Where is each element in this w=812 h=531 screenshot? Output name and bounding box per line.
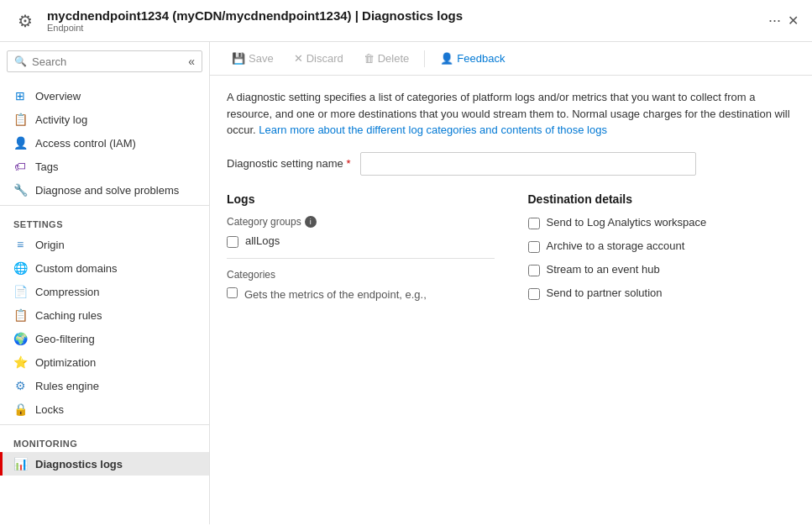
tags-icon: 🏷 bbox=[13, 160, 27, 173]
origin-icon: ≡ bbox=[13, 238, 27, 251]
sidebar-item-label: Caching rules bbox=[35, 309, 102, 322]
log-analytics-checkbox[interactable] bbox=[528, 218, 540, 229]
diagnostics-logs-icon: 📊 bbox=[13, 457, 27, 471]
collapse-icon[interactable]: « bbox=[188, 55, 195, 68]
sidebar-item-optimization[interactable]: ⭐ Optimization bbox=[0, 350, 209, 374]
sidebar-item-compression[interactable]: 📄 Compression bbox=[0, 280, 209, 303]
save-label: Save bbox=[249, 52, 274, 65]
search-input[interactable] bbox=[32, 55, 183, 68]
more-options-icon[interactable]: ··· bbox=[768, 12, 781, 29]
diagnose-icon: 🔧 bbox=[13, 183, 27, 197]
main-content: 💾 Save ✕ Discard 🗑 Delete 👤 Feedback A d… bbox=[210, 42, 812, 524]
category-groups-label: Category groups i bbox=[227, 216, 495, 228]
sidebar-item-label: Locks bbox=[35, 403, 64, 416]
log-analytics-label[interactable]: Send to Log Analytics workspace bbox=[547, 216, 707, 229]
storage-account-row: Archive to a storage account bbox=[528, 239, 796, 253]
locks-icon: 🔒 bbox=[13, 402, 27, 416]
sidebar-item-label: Activity log bbox=[35, 113, 87, 126]
delete-label: Delete bbox=[378, 52, 410, 65]
toolbar-separator bbox=[424, 50, 425, 67]
category-checkbox[interactable] bbox=[227, 287, 238, 298]
event-hub-checkbox[interactable] bbox=[528, 265, 540, 276]
custom-domains-icon: 🌐 bbox=[13, 261, 27, 275]
toolbar: 💾 Save ✕ Discard 🗑 Delete 👤 Feedback bbox=[210, 42, 812, 76]
sidebar-item-tags[interactable]: 🏷 Tags bbox=[0, 155, 209, 178]
sidebar-item-geo-filtering[interactable]: 🌍 Geo-filtering bbox=[0, 327, 209, 350]
overview-icon: ⊞ bbox=[13, 89, 27, 103]
discard-icon: ✕ bbox=[294, 52, 303, 65]
feedback-icon: 👤 bbox=[440, 52, 453, 65]
page-subtitle: Endpoint bbox=[47, 23, 758, 33]
partner-solution-row: Send to partner solution bbox=[528, 287, 796, 300]
sidebar-item-activity-log[interactable]: 📋 Activity log bbox=[0, 108, 209, 131]
categories-label: Categories bbox=[227, 269, 495, 281]
sidebar-nav: ⊞ Overview 📋 Activity log 👤 Access contr… bbox=[0, 81, 209, 479]
sidebar-item-label: Overview bbox=[35, 90, 81, 103]
sidebar-item-rules-engine[interactable]: ⚙ Rules engine bbox=[0, 374, 209, 397]
partner-solution-checkbox[interactable] bbox=[528, 288, 540, 300]
content-area: A diagnostic setting specifies a list of… bbox=[210, 76, 812, 524]
category-groups-info-icon[interactable]: i bbox=[305, 216, 317, 228]
logs-column: Logs Category groups i allLogs Categorie… bbox=[227, 192, 495, 310]
search-box[interactable]: 🔍 « bbox=[7, 50, 202, 72]
field-label: Diagnostic setting name * bbox=[227, 157, 350, 170]
alllogs-checkbox-row: allLogs bbox=[227, 234, 495, 248]
page-header: ⚙ mycdnendpoint1234 (myCDN/mycdnendpoint… bbox=[0, 0, 812, 42]
event-hub-row: Stream to an event hub bbox=[528, 263, 796, 276]
main-layout: 🔍 « ⊞ Overview 📋 Activity log 👤 Access c… bbox=[0, 42, 812, 524]
partner-solution-label[interactable]: Send to partner solution bbox=[547, 287, 663, 299]
two-column-layout: Logs Category groups i allLogs Categorie… bbox=[227, 192, 795, 310]
feedback-label: Feedback bbox=[457, 52, 505, 65]
storage-account-checkbox[interactable] bbox=[528, 241, 540, 253]
feedback-button[interactable]: 👤 Feedback bbox=[432, 49, 513, 68]
close-button[interactable]: ✕ bbox=[788, 13, 799, 29]
log-analytics-row: Send to Log Analytics workspace bbox=[528, 216, 796, 229]
caching-rules-icon: 📋 bbox=[13, 308, 27, 322]
sidebar-item-locks[interactable]: 🔒 Locks bbox=[0, 397, 209, 421]
destination-title: Destination details bbox=[528, 192, 796, 206]
compression-icon: 📄 bbox=[13, 285, 27, 298]
sidebar-item-origin[interactable]: ≡ Origin bbox=[0, 233, 209, 256]
diagnostic-name-input[interactable] bbox=[360, 152, 696, 176]
discard-button[interactable]: ✕ Discard bbox=[286, 49, 352, 68]
alllogs-checkbox[interactable] bbox=[227, 236, 238, 248]
monitoring-section-label: Monitoring bbox=[0, 428, 209, 452]
sidebar-item-label: Origin bbox=[35, 239, 65, 251]
settings-section-label: Settings bbox=[0, 209, 209, 233]
logs-divider bbox=[227, 258, 495, 259]
storage-account-label[interactable]: Archive to a storage account bbox=[547, 239, 685, 252]
diagnostic-setting-name-row: Diagnostic setting name * bbox=[227, 152, 795, 176]
sidebar-item-overview[interactable]: ⊞ Overview bbox=[0, 84, 209, 108]
category-label[interactable]: Gets the metrics of the endpoint, e.g., bbox=[244, 287, 427, 302]
search-icon: 🔍 bbox=[14, 55, 27, 67]
sidebar-item-diagnostics-logs[interactable]: 📊 Diagnostics logs bbox=[0, 452, 209, 476]
sidebar-item-access-control[interactable]: 👤 Access control (IAM) bbox=[0, 131, 209, 155]
save-icon: 💾 bbox=[232, 52, 245, 65]
sidebar-item-caching-rules[interactable]: 📋 Caching rules bbox=[0, 303, 209, 327]
description-text: A diagnostic setting specifies a list of… bbox=[227, 89, 795, 139]
sidebar-item-label: Geo-filtering bbox=[35, 333, 95, 345]
activity-log-icon: 📋 bbox=[13, 113, 27, 126]
sidebar-item-label: Access control (IAM) bbox=[35, 137, 136, 150]
delete-button[interactable]: 🗑 Delete bbox=[355, 49, 418, 68]
page-title: mycdnendpoint1234 (myCDN/mycdnendpoint12… bbox=[47, 8, 758, 23]
category-item: Gets the metrics of the endpoint, e.g., bbox=[227, 287, 495, 302]
sidebar-item-label: Compression bbox=[35, 286, 100, 298]
event-hub-label[interactable]: Stream to an event hub bbox=[547, 263, 660, 276]
sidebar-item-custom-domains[interactable]: 🌐 Custom domains bbox=[0, 256, 209, 280]
sidebar-item-label: Tags bbox=[35, 160, 58, 173]
header-gear-icon: ⚙ bbox=[13, 9, 37, 33]
learn-more-link[interactable]: Learn more about the different log categ… bbox=[259, 124, 607, 136]
alllogs-label[interactable]: allLogs bbox=[245, 234, 280, 247]
save-button[interactable]: 💾 Save bbox=[223, 49, 282, 68]
rules-engine-icon: ⚙ bbox=[13, 379, 27, 392]
sidebar-item-label: Optimization bbox=[35, 356, 96, 369]
optimization-icon: ⭐ bbox=[13, 355, 27, 369]
sidebar-item-label: Diagnostics logs bbox=[35, 458, 123, 471]
sidebar-item-diagnose[interactable]: 🔧 Diagnose and solve problems bbox=[0, 178, 209, 202]
sidebar-item-label: Custom domains bbox=[35, 262, 118, 275]
delete-icon: 🗑 bbox=[364, 52, 375, 65]
access-control-icon: 👤 bbox=[13, 136, 27, 150]
sidebar-item-label: Diagnose and solve problems bbox=[35, 184, 179, 197]
destination-column: Destination details Send to Log Analytic… bbox=[528, 192, 796, 310]
